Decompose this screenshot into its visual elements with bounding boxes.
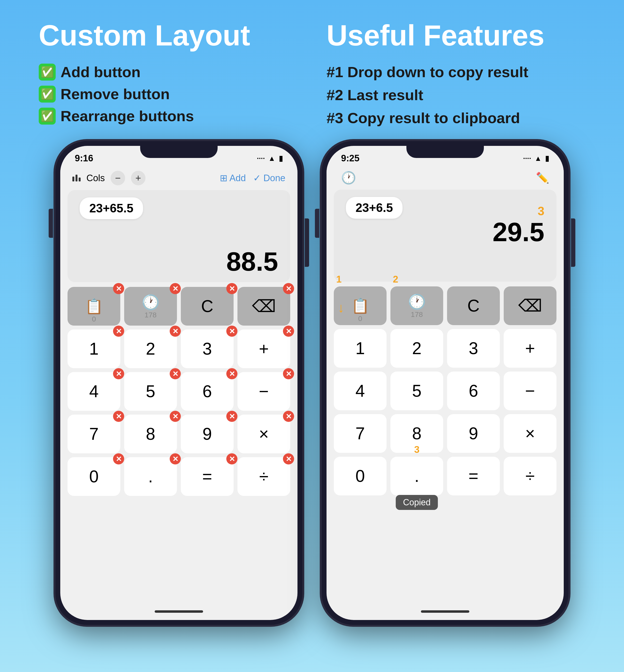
useful-feature-list: #1 Drop down to copy result #2 Last resu… <box>327 63 528 127</box>
left-btn-dot[interactable]: ✕ . <box>124 457 177 496</box>
left-row-2: ✕ 4 ✕ 5 ✕ 6 ✕ − <box>68 372 290 411</box>
checkmark-icon-1: ✅ <box>39 63 56 81</box>
right-notch <box>407 141 484 158</box>
edit-button[interactable]: ✏️ <box>536 171 549 184</box>
right-expression: 23+6.5 <box>346 197 402 219</box>
left-phone-inner: 9:16 ···· ▲ ▮ Cols − <box>60 146 297 620</box>
feature-item-3: ✅ Rearrange buttons <box>39 107 194 125</box>
signal-icon: ···· <box>257 154 265 163</box>
left-status-icons: ···· ▲ ▮ <box>257 154 283 163</box>
delete-badge-hist: ✕ <box>170 283 181 294</box>
right-btn-6[interactable]: 6 <box>447 372 500 410</box>
history-icon-r: 🕐 <box>408 293 426 311</box>
minus-button[interactable]: − <box>111 171 125 185</box>
left-btn-mul[interactable]: ✕ × <box>237 414 290 453</box>
right-btn-1[interactable]: 1 <box>334 329 387 368</box>
right-btn-3[interactable]: 3 <box>447 329 500 368</box>
right-btn-5[interactable]: 5 <box>390 372 443 410</box>
left-phone: 9:16 ···· ▲ ▮ Cols − <box>55 141 302 625</box>
result-label-3: 3 <box>538 204 544 218</box>
label-3-dot: 3 <box>414 444 419 455</box>
label-1: 1 <box>336 274 341 285</box>
right-display: 23+6.5 3 29.5 <box>334 190 556 281</box>
left-row-0: ✕ 📋 0 ✕ 🕐 178 ✕ C <box>68 287 290 326</box>
right-phone-inner: 9:25 ···· ▲ ▮ 🕐 ✏️ 23+6.5 3 29.5 <box>327 146 564 620</box>
right-btn-2[interactable]: 2 <box>390 329 443 368</box>
useful-item-2: #2 Last result <box>327 86 528 104</box>
right-status-icons: ···· ▲ ▮ <box>523 154 549 163</box>
left-btn-clear[interactable]: ✕ C <box>181 287 234 326</box>
right-btn-7[interactable]: 7 <box>334 414 387 453</box>
phones-section: 9:16 ···· ▲ ▮ Cols − <box>0 141 624 672</box>
add-button[interactable]: ⊞ Add <box>220 173 246 183</box>
left-status-time: 9:16 <box>75 153 93 163</box>
backspace-icon-r: ⌫ <box>518 296 542 316</box>
feature-item-1: ✅ Add button <box>39 63 194 81</box>
right-btn-backspace[interactable]: ⌫ <box>504 287 556 325</box>
left-btn-history[interactable]: ✕ 🕐 178 <box>124 287 177 326</box>
right-home-indicator <box>421 610 469 613</box>
left-btn-7[interactable]: ✕ 7 <box>68 414 120 453</box>
right-btn-0[interactable]: 0 <box>334 457 387 495</box>
cols-icon <box>72 174 81 182</box>
delete-badge-clear: ✕ <box>226 283 237 294</box>
left-btn-plus[interactable]: ✕ + <box>237 329 290 368</box>
plus-button[interactable]: + <box>131 171 146 185</box>
right-btn-div[interactable]: ÷ <box>504 457 556 495</box>
left-btn-4[interactable]: ✕ 4 <box>68 372 120 411</box>
history-sub: 178 <box>145 311 157 319</box>
feature-label-1: Add button <box>60 63 140 81</box>
history-icon: 🕐 <box>141 294 160 311</box>
feature-label-3: Rearrange buttons <box>60 107 194 125</box>
right-btn-9[interactable]: 9 <box>447 414 500 453</box>
copy-icon-r: 📋 <box>351 297 369 315</box>
right-btn-plus[interactable]: + <box>504 329 556 368</box>
right-row-4: 0 3 . Copied = ÷ <box>334 457 556 495</box>
left-row-3: ✕ 7 ✕ 8 ✕ 9 ✕ × <box>68 414 290 453</box>
wifi-icon: ▲ <box>268 154 276 163</box>
wifi-icon-r: ▲ <box>535 154 542 163</box>
left-btn-5[interactable]: ✕ 5 <box>124 372 177 411</box>
copied-tooltip: Copied <box>396 495 438 510</box>
delete-badge-back: ✕ <box>283 283 294 294</box>
left-btn-eq[interactable]: ✕ = <box>181 457 234 496</box>
right-btn-minus[interactable]: − <box>504 372 556 410</box>
backspace-icon: ⌫ <box>252 296 276 316</box>
toolbar-right: ⊞ Add ✓ Done <box>220 173 286 183</box>
right-btn-history[interactable]: 2 🕐 178 <box>390 287 443 325</box>
left-btn-9[interactable]: ✕ 9 <box>181 414 234 453</box>
right-btn-mul[interactable]: × <box>504 414 556 453</box>
battery-icon-r: ▮ <box>545 154 549 163</box>
right-row-3: 7 8 9 × <box>334 414 556 453</box>
right-btn-eq[interactable]: = <box>447 457 500 495</box>
right-status-time: 9:25 <box>341 153 359 163</box>
left-result: 88.5 <box>80 248 278 275</box>
right-btn-copy[interactable]: 1 ↓ 📋 0 <box>334 287 387 325</box>
left-btn-0[interactable]: ✕ 0 <box>68 457 120 496</box>
left-btn-8[interactable]: ✕ 8 <box>124 414 177 453</box>
left-btn-div[interactable]: ✕ ÷ <box>237 457 290 496</box>
battery-icon: ▮ <box>279 154 283 163</box>
checkmark-icon-3: ✅ <box>39 108 56 125</box>
left-section-header: Custom Layout ✅ Add button ✅ Remove butt… <box>24 19 312 127</box>
right-btn-4[interactable]: 4 <box>334 372 387 410</box>
done-button[interactable]: ✓ Done <box>253 173 285 183</box>
left-feature-list: ✅ Add button ✅ Remove button ✅ Rearrange… <box>39 63 194 125</box>
right-section-header: Useful Features #1 Drop down to copy res… <box>312 19 600 127</box>
left-btn-1[interactable]: ✕ 1 <box>68 329 120 368</box>
left-btn-6[interactable]: ✕ 6 <box>181 372 234 411</box>
left-btn-copy[interactable]: ✕ 📋 0 <box>68 287 120 326</box>
edit-toolbar: Cols − + ⊞ Add ✓ Done <box>60 166 297 190</box>
left-btn-3[interactable]: ✕ 3 <box>181 329 234 368</box>
history-button[interactable]: 🕐 <box>341 171 356 185</box>
right-calc-area: 1 ↓ 📋 0 2 🕐 178 C <box>327 281 564 608</box>
clear-label: C <box>201 297 213 316</box>
left-btn-2[interactable]: ✕ 2 <box>124 329 177 368</box>
right-btn-dot[interactable]: 3 . Copied <box>390 457 443 495</box>
feature-item-2: ✅ Remove button <box>39 85 194 103</box>
down-arrow-icon: ↓ <box>338 300 344 316</box>
right-btn-clear[interactable]: C <box>447 287 500 325</box>
left-btn-minus[interactable]: ✕ − <box>237 372 290 411</box>
left-btn-backspace[interactable]: ✕ ⌫ <box>237 287 290 326</box>
toolbar-left: Cols − + <box>72 171 146 185</box>
